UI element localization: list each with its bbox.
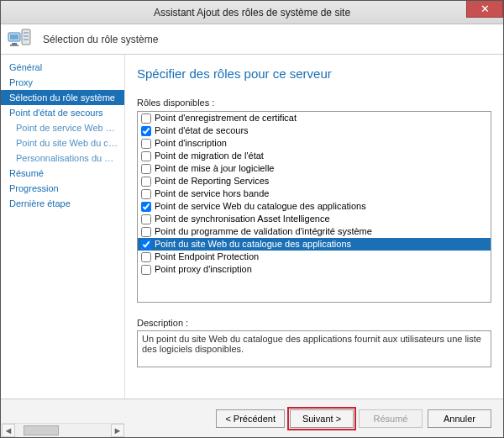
main-panel: Spécifier des rôles pour ce serveur Rôle… [125,55,503,398]
role-label: Point de migration de l'état [155,150,264,162]
role-checkbox[interactable] [141,113,151,124]
role-row[interactable]: Point proxy d'inscription [138,263,491,276]
role-label: Point de service Web du catalogue des ap… [155,200,366,213]
role-checkbox[interactable] [141,189,151,199]
role-row[interactable]: Point de service Web du catalogue des ap… [138,200,491,213]
sidebar-item-9[interactable]: Dernière étape [1,196,124,211]
role-checkbox[interactable] [141,265,151,275]
window-title: Assistant Ajout des rôles de système de … [154,7,350,18]
role-label: Point d'enregistrement de certificat [155,112,297,124]
svg-rect-2 [12,43,17,45]
roles-listbox[interactable]: Point d'enregistrement de certificatPoin… [137,111,491,303]
titlebar[interactable]: Assistant Ajout des rôles de système de … [1,1,503,24]
sidebar-item-1[interactable]: Proxy [1,75,124,90]
scroll-left-arrow-icon[interactable]: ◄ [2,424,15,437]
role-label: Point du programme de validation d'intég… [155,225,372,238]
next-button[interactable]: Suivant > [290,409,354,428]
role-label: Point d'état de secours [155,124,249,137]
role-checkbox[interactable] [141,240,151,250]
sidebar-item-3[interactable]: Point d'état de secours [1,105,124,120]
summary-button[interactable]: Résumé [359,409,423,428]
previous-button[interactable]: < Précédent [216,409,285,428]
role-row[interactable]: Point d'état de secours [138,124,491,137]
page-title: Spécifier des rôles pour ce serveur [137,66,491,81]
role-label: Point de mise à jour logicielle [155,162,274,175]
role-checkbox[interactable] [141,126,151,136]
role-row[interactable]: Point de mise à jour logicielle [138,162,491,175]
role-label: Point proxy d'inscription [155,263,252,276]
svg-rect-6 [24,35,29,37]
role-checkbox[interactable] [141,177,151,187]
sidebar-nav: GénéralProxySélection du rôle systèmePoi… [1,55,125,398]
scroll-right-arrow-icon[interactable]: ► [111,424,124,437]
cancel-button[interactable]: Annuler [428,409,491,428]
sidebar-h-scrollbar[interactable]: ◄ ► [2,423,124,436]
role-row[interactable]: Point d'enregistrement de certificat [138,112,491,124]
description-label: Description : [137,318,491,328]
role-row[interactable]: Point de migration de l'état [138,150,491,162]
wizard-window: Assistant Ajout des rôles de système de … [0,0,504,438]
role-label: Point de synchronisation Asset Intellige… [155,213,330,225]
role-row[interactable]: Point du programme de validation d'intég… [138,225,491,238]
role-checkbox[interactable] [141,214,151,224]
sidebar-item-4[interactable]: Point de service Web du c… [1,120,124,135]
svg-rect-1 [10,34,18,40]
sidebar-item-6[interactable]: Personnalisations du cata… [1,150,124,166]
sidebar-item-7[interactable]: Résumé [1,166,124,181]
header-strip: Sélection du rôle système [1,24,503,55]
role-label: Point Endpoint Protection [155,251,259,263]
role-checkbox[interactable] [141,151,151,161]
sidebar-item-5[interactable]: Point du site Web du cata… [1,135,124,150]
wizard-body: GénéralProxySélection du rôle systèmePoi… [1,55,503,398]
sidebar-item-2[interactable]: Sélection du rôle système [1,90,124,105]
site-system-icon [8,28,34,51]
role-row[interactable]: Point de Reporting Services [138,175,491,187]
role-row[interactable]: Point d'inscription [138,137,491,150]
description-box: Un point du site Web du catalogue des ap… [137,330,491,367]
role-checkbox[interactable] [141,202,151,212]
sidebar-item-0[interactable]: Général [1,60,124,75]
role-checkbox[interactable] [141,139,151,149]
role-checkbox[interactable] [141,227,151,237]
svg-rect-3 [10,45,18,46]
scroll-thumb[interactable] [24,425,59,435]
role-row[interactable]: Point Endpoint Protection [138,251,491,263]
role-label: Point de service hors bande [155,187,269,200]
role-checkbox[interactable] [141,164,151,174]
role-checkbox[interactable] [141,252,151,262]
role-label: Point d'inscription [155,137,227,150]
role-label: Point de Reporting Services [155,175,269,187]
role-row[interactable]: Point de synchronisation Asset Intellige… [138,213,491,225]
close-button[interactable]: ✕ [466,1,503,18]
role-label: Point du site Web du catalogue des appli… [155,238,351,251]
close-icon: ✕ [480,3,490,15]
role-row[interactable]: Point du site Web du catalogue des appli… [138,238,491,251]
sidebar-item-8[interactable]: Progression [1,181,124,196]
svg-rect-7 [24,39,29,40]
svg-rect-5 [24,32,29,34]
roles-label: Rôles disponibles : [137,98,491,108]
header-subtitle: Sélection du rôle système [43,34,158,45]
description-text: Un point du site Web du catalogue des ap… [142,334,481,354]
role-row[interactable]: Point de service hors bande [138,187,491,200]
scroll-track[interactable] [15,424,111,437]
